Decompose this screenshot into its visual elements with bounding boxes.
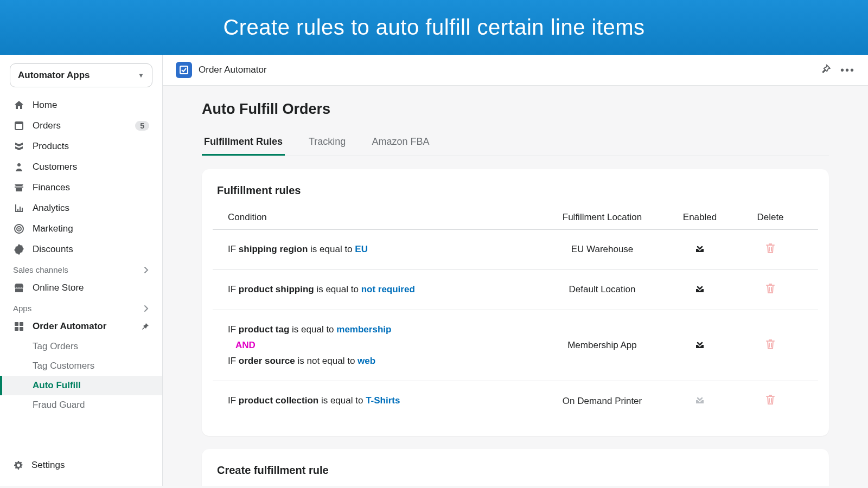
create-rule-card: Create fulfillment rule [202,449,829,486]
topbar: Order Automator ••• [163,55,868,86]
svg-rect-7 [20,322,23,326]
subnav-label: Tag Orders [33,341,78,352]
app-icon [13,320,25,332]
delete-icon[interactable] [765,242,776,254]
sidebar-item-finances[interactable]: Finances [0,177,162,198]
svg-point-2 [17,163,21,166]
sidebar-item-label: Discounts [33,244,73,255]
subnav-label: Auto Fulfill [33,380,81,391]
tabs: Fulfillment RulesTrackingAmazon FBA [202,130,829,156]
enabled-toggle-icon[interactable] [694,242,706,254]
enabled-toggle-icon[interactable] [694,338,706,350]
store-selector[interactable]: Automator Apps ▼ [10,63,152,87]
enabled-toggle-icon[interactable] [694,394,706,406]
badge: 5 [135,121,149,131]
topbar-app-name: Order Automator [199,65,267,75]
delete-icon[interactable] [765,394,776,406]
sidebar-item-label: Marketing [33,223,73,234]
sidebar-item-orders[interactable]: Orders5 [0,115,162,136]
store-icon [13,282,25,294]
sidebar-item-marketing[interactable]: Marketing [0,219,162,239]
card-title: Create fulfillment rule [202,464,829,484]
more-icon[interactable]: ••• [840,64,855,76]
marketing-icon [13,223,25,235]
page-banner: Create rules to auto fulfill certain lin… [0,0,868,55]
sidebar: Automator Apps ▼ HomeOrders5ProductsCust… [0,55,163,486]
home-icon [13,99,25,111]
sidebar-item-label: Home [33,100,57,111]
subnav-label: Fraud Guard [33,400,85,410]
col-condition: Condition [228,212,542,223]
pin-icon[interactable] [821,64,831,76]
rule-condition: IF product shipping is equal to not requ… [228,282,542,298]
rule-condition: IF product collection is equal to T-Shir… [228,393,542,409]
sidebar-item-products[interactable]: Products [0,136,162,157]
enabled-toggle-icon[interactable] [694,282,706,294]
sidebar-item-order-automator[interactable]: Order Automator [0,316,162,337]
condition-line: IF product collection is equal to T-Shir… [228,393,542,409]
rule-row: IF shipping region is equal to EU EU War… [213,230,818,270]
app-logo-icon [176,62,192,78]
store-selector-label: Automator Apps [18,70,90,81]
condition-line: IF product shipping is equal to not requ… [228,282,542,298]
subnav-label: Tag Customers [33,361,94,371]
sidebar-item-settings[interactable]: Settings [0,453,162,477]
subnav-item-auto-fulfill[interactable]: Auto Fulfill [0,376,162,395]
svg-rect-9 [20,327,23,331]
subnav-item-tag-customers[interactable]: Tag Customers [0,356,162,376]
pin-icon[interactable] [141,322,149,331]
rule-condition: IF shipping region is equal to EU [228,242,542,258]
sidebar-item-label: Analytics [33,203,69,214]
sidebar-item-label: Products [33,141,69,152]
apps-header[interactable]: Apps [0,298,162,316]
svg-rect-6 [15,322,18,326]
table-header: Condition Fulfillment Location Enabled D… [213,204,818,230]
sales-channels-label: Sales channels [13,265,68,274]
tab-tracking[interactable]: Tracking [307,130,348,156]
condition-line: IF shipping region is equal to EU [228,242,542,258]
sidebar-item-discounts[interactable]: Discounts [0,239,162,260]
tab-fulfillment-rules[interactable]: Fulfillment Rules [202,130,285,156]
col-location: Fulfillment Location [542,212,662,223]
settings-label: Settings [31,460,65,471]
sidebar-item-home[interactable]: Home [0,95,162,115]
analytics-icon [13,202,25,214]
orders-icon [13,120,25,132]
rule-location: EU Warehouse [542,244,662,255]
svg-point-5 [18,228,20,230]
chevron-right-icon [144,305,149,312]
sidebar-item-label: Customers [33,162,77,172]
subnav-item-tag-orders[interactable]: Tag Orders [0,337,162,356]
finances-icon [13,182,25,194]
sidebar-item-customers[interactable]: Customers [0,157,162,177]
svg-rect-8 [15,327,18,331]
svg-rect-10 [180,66,188,74]
rule-location: On Demand Printer [542,396,662,407]
rule-row: IF product shipping is equal to not requ… [213,270,818,310]
condition-line: IF product tag is equal to membership [228,322,542,338]
rule-location: Default Location [542,284,662,295]
condition-join: AND [235,338,542,354]
sidebar-item-online-store[interactable]: Online Store [0,278,162,298]
customers-icon [13,161,25,173]
main-content: Order Automator ••• Auto Fulfill Orders … [163,55,868,486]
sidebar-item-analytics[interactable]: Analytics [0,198,162,219]
discounts-icon [13,243,25,255]
subnav-item-fraud-guard[interactable]: Fraud Guard [0,395,162,415]
rule-row: IF product tag is equal to membershipAND… [213,310,818,382]
card-title: Fulfillment rules [202,184,829,204]
chevron-right-icon [144,266,149,274]
apps-label: Apps [13,304,31,313]
products-icon [13,140,25,152]
delete-icon[interactable] [765,338,776,350]
delete-icon[interactable] [765,282,776,294]
rule-condition: IF product tag is equal to membershipAND… [228,322,542,369]
col-delete: Delete [738,212,803,223]
sidebar-item-label: Online Store [33,282,84,293]
sales-channels-header[interactable]: Sales channels [0,260,162,278]
tab-amazon-fba[interactable]: Amazon FBA [369,130,431,156]
rule-row: IF product collection is equal to T-Shir… [213,381,818,421]
sidebar-item-label: Finances [33,182,70,193]
sidebar-item-label: Order Automator [33,321,106,332]
fulfillment-rules-card: Fulfillment rules Condition Fulfillment … [202,169,829,436]
